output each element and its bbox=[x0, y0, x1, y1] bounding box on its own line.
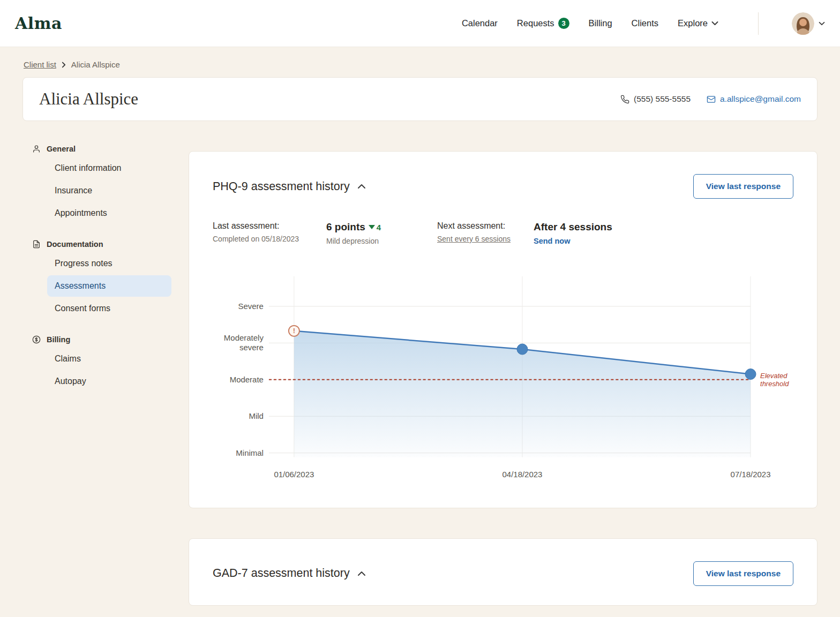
phq9-view-last-response-button[interactable]: View last response bbox=[693, 174, 793, 199]
page-body: General Client information Insurance App… bbox=[0, 121, 840, 606]
sidebar-documentation-header: Documentation bbox=[32, 238, 171, 253]
svg-text:Severe: Severe bbox=[238, 302, 263, 311]
svg-text:Moderate: Moderate bbox=[230, 375, 264, 384]
sent-every-link[interactable]: Sent every 6 sessions bbox=[437, 235, 511, 243]
phq9-panel: PHQ-9 assessment history View last respo… bbox=[189, 151, 818, 508]
svg-text:Mild: Mild bbox=[249, 411, 263, 420]
person-icon bbox=[32, 145, 41, 153]
sidebar-general-header: General bbox=[32, 142, 171, 157]
gad7-view-last-response-button[interactable]: View last response bbox=[693, 561, 793, 586]
svg-text:04/18/2023: 04/18/2023 bbox=[502, 470, 543, 479]
sidebar-billing-header: Billing bbox=[32, 333, 171, 348]
next-assessment-value: After 4 sessions bbox=[534, 221, 612, 233]
breadcrumb-client-list-link[interactable]: Client list bbox=[24, 60, 56, 69]
sidebar-item-client-information[interactable]: Client information bbox=[47, 157, 171, 179]
gad7-collapse-toggle[interactable]: GAD-7 assessment history bbox=[213, 567, 366, 580]
sidebar-section-billing: Billing Claims Autopay bbox=[32, 333, 171, 392]
chevron-down-icon bbox=[711, 21, 718, 26]
document-icon bbox=[32, 240, 41, 249]
nav-divider bbox=[758, 12, 759, 35]
dollar-icon bbox=[32, 335, 41, 344]
points-value: 6 points bbox=[326, 221, 365, 233]
breadcrumb: Client list Alicia Allspice bbox=[0, 47, 840, 77]
last-assessment-date: Completed on 05/18/2023 bbox=[213, 235, 326, 243]
svg-text:Elevated: Elevated bbox=[760, 372, 788, 380]
gad7-panel: GAD-7 assessment history View last respo… bbox=[189, 538, 818, 606]
sidebar-item-autopay[interactable]: Autopay bbox=[47, 371, 171, 392]
phq9-stats: Last assessment: Completed on 05/18/2023… bbox=[213, 221, 793, 245]
last-assessment-stat: Last assessment: Completed on 05/18/2023 bbox=[213, 221, 326, 245]
client-phone: (555) 555-5555 bbox=[620, 94, 691, 104]
points-stat: 6 points 4 Mild depression bbox=[326, 221, 437, 245]
chevron-right-icon bbox=[62, 62, 66, 68]
nav-clients[interactable]: Clients bbox=[632, 18, 658, 28]
chevron-up-icon bbox=[357, 184, 366, 189]
decrease-triangle-icon bbox=[369, 225, 375, 229]
svg-text:threshold: threshold bbox=[760, 380, 789, 388]
svg-text:!: ! bbox=[293, 327, 295, 335]
sidebar-item-insurance[interactable]: Insurance bbox=[47, 180, 171, 201]
alma-logo[interactable]: Alma bbox=[15, 14, 62, 33]
nav-calendar[interactable]: Calendar bbox=[462, 18, 498, 28]
chevron-up-icon bbox=[357, 571, 366, 576]
svg-text:07/18/2023: 07/18/2023 bbox=[731, 470, 771, 479]
nav-requests[interactable]: Requests 3 bbox=[517, 18, 569, 29]
phone-icon bbox=[620, 95, 629, 104]
sidebar-section-documentation: Documentation Progress notes Assessments… bbox=[32, 238, 171, 319]
nav-billing[interactable]: Billing bbox=[589, 18, 612, 28]
main-content: PHQ-9 assessment history View last respo… bbox=[189, 151, 818, 606]
email-icon bbox=[707, 95, 716, 104]
client-header-card: Alicia Allspice (555) 555-5555 a.allspic… bbox=[22, 77, 818, 121]
send-now-link[interactable]: Send now bbox=[534, 237, 570, 245]
svg-text:Moderately: Moderately bbox=[224, 333, 264, 342]
phq9-chart: SevereModeratelysevereModerateMildMinima… bbox=[213, 269, 793, 488]
sidebar: General Client information Insurance App… bbox=[22, 142, 171, 406]
svg-text:severe: severe bbox=[239, 343, 264, 352]
gad7-title: GAD-7 assessment history bbox=[213, 567, 350, 580]
phq9-chart-container: SevereModeratelysevereModerateMildMinima… bbox=[213, 269, 793, 488]
account-menu[interactable] bbox=[792, 12, 825, 35]
sidebar-item-appointments[interactable]: Appointments bbox=[47, 202, 171, 224]
client-contact: (555) 555-5555 a.allspice@gmail.com bbox=[620, 94, 801, 104]
next-assessment-stat: Next assessment: Sent every 6 sessions bbox=[437, 221, 534, 245]
avatar[interactable] bbox=[792, 12, 814, 35]
top-nav: Alma Calendar Requests 3 Billing Clients… bbox=[0, 0, 840, 47]
svg-text:Minimal: Minimal bbox=[236, 448, 264, 457]
next-assessment-value-stat: After 4 sessions Send now bbox=[534, 221, 793, 245]
phq9-collapse-toggle[interactable]: PHQ-9 assessment history bbox=[213, 180, 366, 193]
client-email-link[interactable]: a.allspice@gmail.com bbox=[707, 94, 801, 104]
severity-label: Mild depression bbox=[326, 237, 437, 245]
breadcrumb-current: Alicia Allspice bbox=[71, 60, 120, 69]
sidebar-item-consent-forms[interactable]: Consent forms bbox=[47, 298, 171, 319]
phq9-title: PHQ-9 assessment history bbox=[213, 180, 350, 193]
svg-text:01/06/2023: 01/06/2023 bbox=[274, 470, 314, 479]
sidebar-section-general: General Client information Insurance App… bbox=[32, 142, 171, 224]
sidebar-item-progress-notes[interactable]: Progress notes bbox=[47, 253, 171, 274]
sidebar-item-claims[interactable]: Claims bbox=[47, 348, 171, 370]
requests-count-badge: 3 bbox=[558, 18, 569, 29]
sidebar-item-assessments[interactable]: Assessments bbox=[47, 275, 171, 297]
client-name: Alicia Allspice bbox=[39, 89, 138, 109]
points-delta: 4 bbox=[369, 223, 381, 232]
nav-items: Calendar Requests 3 Billing Clients Expl… bbox=[462, 12, 825, 35]
nav-explore[interactable]: Explore bbox=[678, 18, 718, 28]
chevron-down-icon bbox=[819, 21, 825, 26]
